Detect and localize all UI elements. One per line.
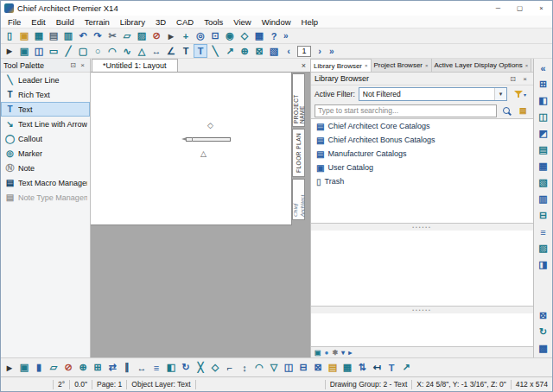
tab-project-browser[interactable]: Project Browser ×	[372, 59, 432, 72]
dimension-style-icon[interactable]: ↤	[370, 361, 384, 375]
tool-note-type-management[interactable]: ▤ Note Type Management	[1, 190, 90, 205]
minimize-button[interactable]: ─	[487, 1, 509, 16]
cad-detail-icon[interactable]: ⊟	[536, 207, 551, 224]
camera-view-icon[interactable]: ◉	[223, 29, 237, 43]
delete-object-icon[interactable]: ⊘	[61, 361, 75, 375]
side-tab-project-name[interactable]: PROJECT NAME	[292, 73, 305, 127]
open-file-icon[interactable]: ▣	[17, 29, 31, 43]
dimension-tool-icon[interactable]: ↔	[149, 44, 163, 58]
polygon-tool-icon[interactable]: △	[135, 44, 149, 58]
export-icon[interactable]: ▥	[61, 29, 75, 43]
line-tool-icon[interactable]: ╱	[61, 44, 75, 58]
select-tool-icon[interactable]: ►	[3, 361, 16, 375]
text-arrow-tool-icon[interactable]: ↗	[223, 44, 237, 58]
help-icon[interactable]: ?	[267, 29, 281, 43]
center-object-icon[interactable]: ⊕	[76, 361, 90, 375]
extend-objects-icon[interactable]: ↕	[238, 361, 251, 375]
search-button[interactable]	[499, 104, 513, 117]
browse-folder-button[interactable]: ▤	[516, 104, 530, 117]
callout-tool-icon[interactable]: ⊕	[238, 44, 251, 58]
document-close-icon[interactable]: ×	[302, 61, 306, 70]
fill-window-icon[interactable]: ⊡	[208, 29, 222, 43]
tree-item-manufacturer-catalogs[interactable]: ▤ Manufacturer Catalogs	[311, 147, 533, 161]
subtract-icon[interactable]: ⊟	[296, 361, 310, 375]
collapse-panel-icon[interactable]: «	[536, 60, 551, 76]
dropdown-arrow-icon[interactable]: ▾	[494, 88, 506, 100]
cross-section-icon[interactable]: ◧	[536, 92, 551, 109]
previous-page-icon[interactable]: ‹	[282, 44, 296, 58]
toolbar-overflow-chevron[interactable]: »	[329, 47, 334, 56]
library-search-input[interactable]	[315, 104, 497, 117]
tree-item-bonus-catalogs[interactable]: ▤ Chief Architect Bonus Catalogs	[311, 133, 533, 147]
rotate-object-icon[interactable]: ↻	[179, 361, 193, 375]
menu-item[interactable]: Help	[296, 17, 324, 27]
menu-item[interactable]: Library	[115, 17, 150, 27]
toolbar-overflow-chevron[interactable]: »	[283, 31, 289, 41]
reflect-object-icon[interactable]: ◧	[164, 361, 178, 375]
expand-preview-icon[interactable]: ▸	[348, 349, 352, 357]
maximize-button[interactable]: ▢	[509, 1, 531, 16]
sticky-mode-icon[interactable]: ▮	[32, 361, 46, 375]
menu-item[interactable]: Build	[51, 17, 79, 27]
tool-leader-line[interactable]: ╲ Leader Line	[1, 73, 90, 87]
tool-rich-text[interactable]: T Rich Text	[1, 87, 90, 102]
leader-line-tool-icon[interactable]: ╲	[208, 44, 222, 58]
menu-item[interactable]: Edit	[26, 17, 50, 27]
menu-item[interactable]: View	[228, 17, 256, 27]
save-icon[interactable]: ▦	[32, 29, 46, 43]
undo-icon[interactable]: ↶	[76, 29, 90, 43]
layer-sets-icon[interactable]: ▨	[536, 240, 551, 256]
close-button[interactable]: ×	[531, 1, 552, 16]
tool-text-macro-management[interactable]: ▤ Text Macro Management	[1, 175, 90, 190]
materials-list-icon[interactable]: ≡	[536, 224, 551, 240]
float-panel-icon[interactable]: ⊡	[68, 61, 78, 69]
menu-item[interactable]: File	[3, 17, 26, 27]
trim-objects-icon[interactable]: ⌐	[223, 361, 237, 375]
tab-close-icon[interactable]: ×	[425, 63, 429, 68]
full-overview-icon[interactable]: ▦	[536, 158, 551, 174]
union-icon[interactable]: ◫	[282, 361, 296, 375]
multiple-copy-icon[interactable]: ⊞	[91, 361, 105, 375]
tool-text[interactable]: T Text	[1, 102, 90, 117]
close-panel-icon[interactable]: ×	[78, 61, 87, 69]
layout-canvas[interactable]: ◇ △ PROJECT NAMEFLOOR PLANChief Architec…	[91, 73, 310, 357]
rectangle-tool-icon[interactable]: ▢	[76, 44, 90, 58]
drawn-object[interactable]	[186, 137, 231, 142]
complete-break-icon[interactable]: ◇	[208, 361, 222, 375]
make-parallel-icon[interactable]: ∥	[120, 361, 134, 375]
tool-text-line-with-arrow[interactable]: ↘ Text Line with Arrow	[1, 117, 90, 131]
add-to-library-icon[interactable]: ▤	[326, 361, 340, 375]
tab-library-browser[interactable]: Library Browser ×	[311, 59, 372, 72]
refresh-display-icon[interactable]: ↻	[536, 324, 551, 340]
side-tab-chief-architect[interactable]: Chief Architect	[292, 179, 305, 220]
text-tool-icon[interactable]: T	[194, 44, 207, 58]
place-library-object-icon[interactable]: ▦	[340, 361, 354, 375]
transform-replicate-icon[interactable]: ⇄	[105, 361, 119, 375]
preview-settings-icon[interactable]: ✱	[332, 349, 338, 357]
elevation-view-icon[interactable]: ◫	[536, 109, 551, 125]
document-tab[interactable]: *Untitled 1: Layout	[92, 59, 178, 72]
tile-windows-icon[interactable]: ◫	[32, 44, 46, 58]
cut-icon[interactable]: ✂	[105, 29, 119, 43]
print-icon[interactable]: ▤	[47, 29, 60, 43]
tab-close-icon[interactable]: ×	[365, 63, 368, 68]
marker-tool-icon[interactable]: ⊠	[252, 44, 266, 58]
pane-splitter[interactable]: ••••••	[311, 224, 533, 231]
menu-item[interactable]: Tools	[199, 17, 228, 27]
wall-elevation-icon[interactable]: ▥	[536, 191, 551, 207]
tool-callout[interactable]: ◯ Callout	[1, 131, 90, 146]
perspective-view-icon[interactable]: ◩	[536, 125, 551, 142]
strip-settings-icon[interactable]: ▩	[536, 340, 551, 357]
tree-item-user-catalog[interactable]: ▣ User Catalog	[311, 161, 533, 174]
preview-pane-toggle-icon[interactable]: ▣	[315, 349, 321, 357]
menu-item[interactable]: Window	[257, 17, 296, 27]
copy-paste-icon[interactable]: ▱	[47, 361, 60, 375]
close-panel-icon[interactable]: ×	[520, 75, 530, 83]
swap-views-icon[interactable]: ⇅	[355, 361, 369, 375]
fillet-lines-icon[interactable]: ◠	[252, 361, 266, 375]
filter-options-button[interactable]: ▾	[511, 90, 530, 98]
3d-preview-icon[interactable]: ●	[325, 349, 329, 357]
align-objects-icon[interactable]: ≡	[149, 361, 163, 375]
angle-dimension-icon[interactable]: ∠	[164, 44, 178, 58]
select-objects-icon[interactable]: ►	[164, 29, 178, 43]
